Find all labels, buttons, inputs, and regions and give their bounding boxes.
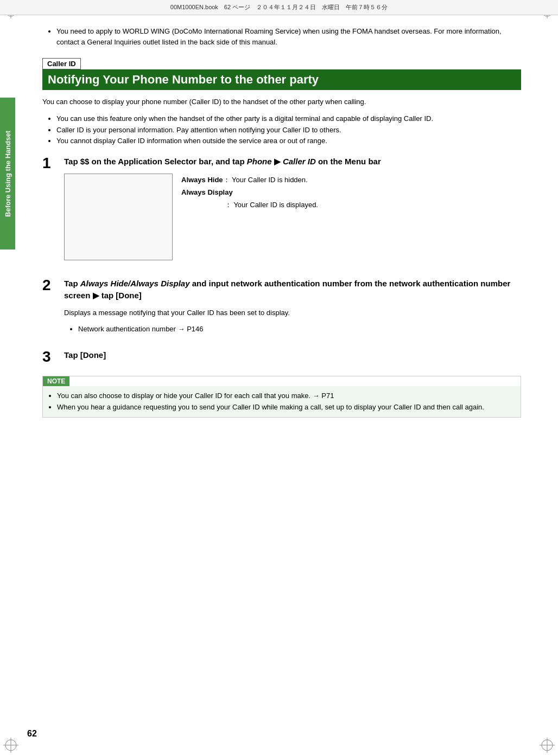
step-2-text: Tap Always Hide/Always Display and input… bbox=[64, 278, 521, 302]
screen-image bbox=[64, 174, 173, 260]
step-2-subbullets: Network authentication number → P146 bbox=[64, 324, 521, 335]
body-bullet-2: Caller ID is your personal information. … bbox=[56, 125, 521, 136]
step-3-content: Tap [Done] bbox=[64, 349, 521, 367]
note-label: NOTE bbox=[43, 376, 69, 386]
step-1-number: 1 bbox=[42, 156, 60, 171]
step-2-subbullet-1: Network authentication number → P146 bbox=[78, 324, 521, 335]
step-2-subtext: Displays a message notifying that your C… bbox=[64, 307, 521, 319]
sidebar-label: Before Using the Handset bbox=[4, 131, 12, 217]
section-title: Notifying Your Phone Number to the other… bbox=[42, 69, 521, 90]
body-intro: You can choose to display your phone num… bbox=[42, 97, 521, 108]
note-always-display-desc: ： Your Caller ID is displayed. bbox=[181, 198, 318, 211]
step-2-content: Tap Always Hide/Always Display and input… bbox=[64, 278, 521, 341]
step-3-number: 3 bbox=[42, 349, 60, 364]
section-header: Caller ID Notifying Your Phone Number to… bbox=[42, 58, 521, 90]
body-bullet-list: You can use this feature only when the h… bbox=[42, 113, 521, 147]
note-box: NOTE You can also choose to display or h… bbox=[42, 376, 521, 418]
note-bullet-1: You can also choose to display or hide y… bbox=[57, 390, 515, 402]
note-content: You can also choose to display or hide y… bbox=[43, 386, 521, 418]
note-bullet-list: You can also choose to display or hide y… bbox=[48, 390, 515, 413]
intro-bullet-item: You need to apply to WORLD WING (DoCoMo … bbox=[56, 26, 521, 47]
step-1-screen-row: Always Hide： Your Caller ID is hidden. A… bbox=[64, 174, 521, 260]
note-always-display-label: Always Display bbox=[181, 186, 318, 198]
screen-notes: Always Hide： Your Caller ID is hidden. A… bbox=[181, 174, 318, 212]
page-number: 62 bbox=[27, 729, 37, 739]
step-1-block: 1 Tap $$ on the Application Selector bar… bbox=[42, 156, 521, 269]
header-text: 00M1000EN.book 62 ページ ２０４年１１月２４日 水曜日 午前７… bbox=[170, 3, 388, 11]
caller-id-label: Caller ID bbox=[42, 58, 81, 69]
main-content: You need to apply to WORLD WING (DoCoMo … bbox=[15, 15, 543, 741]
step-1-text: Tap $$ on the Application Selector bar, … bbox=[64, 156, 521, 168]
step-1-content: Tap $$ on the Application Selector bar, … bbox=[64, 156, 521, 269]
note-bullet-2: When you hear a guidance requesting you … bbox=[57, 402, 515, 413]
step-2-block: 2 Tap Always Hide/Always Display and inp… bbox=[42, 278, 521, 341]
sidebar-tab: Before Using the Handset bbox=[0, 98, 15, 249]
body-bullet-1: You can use this feature only when the h… bbox=[56, 113, 521, 125]
step-2-number: 2 bbox=[42, 278, 60, 293]
header-bar: 00M1000EN.book 62 ページ ２０４年１１月２４日 水曜日 午前７… bbox=[0, 0, 558, 15]
step-3-block: 3 Tap [Done] bbox=[42, 349, 521, 367]
note-always-hide: Always Hide： Your Caller ID is hidden. bbox=[181, 174, 318, 186]
intro-bullet-list: You need to apply to WORLD WING (DoCoMo … bbox=[42, 26, 521, 47]
step-3-text: Tap [Done] bbox=[64, 349, 521, 362]
body-bullet-3: You cannot display Caller ID information… bbox=[56, 136, 521, 147]
